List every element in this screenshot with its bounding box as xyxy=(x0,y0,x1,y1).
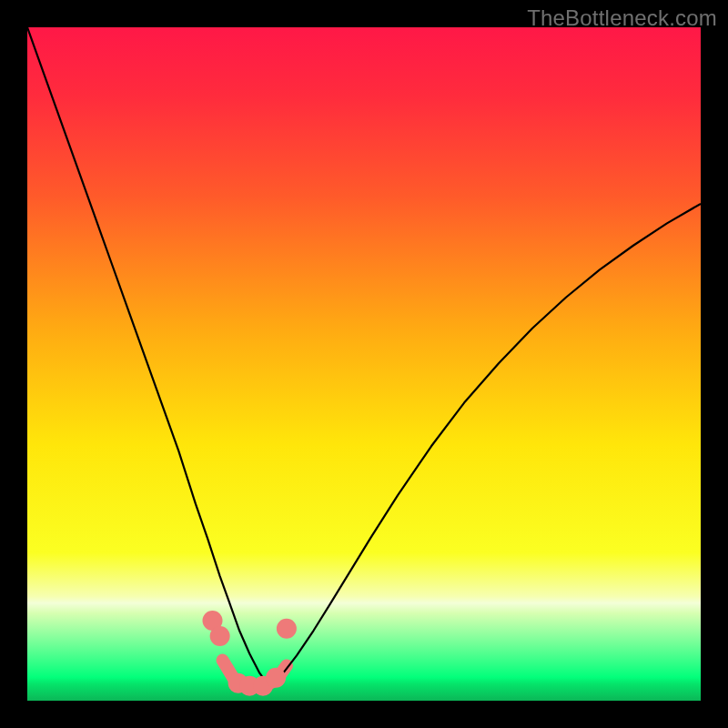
chart-frame: TheBottleneck.com xyxy=(0,0,728,728)
data-point xyxy=(210,626,230,646)
watermark-text: TheBottleneck.com xyxy=(527,5,717,31)
plot-area xyxy=(27,27,701,701)
data-point xyxy=(277,619,297,639)
chart-svg xyxy=(27,27,701,701)
data-point xyxy=(266,668,286,688)
gradient-background xyxy=(27,27,701,701)
